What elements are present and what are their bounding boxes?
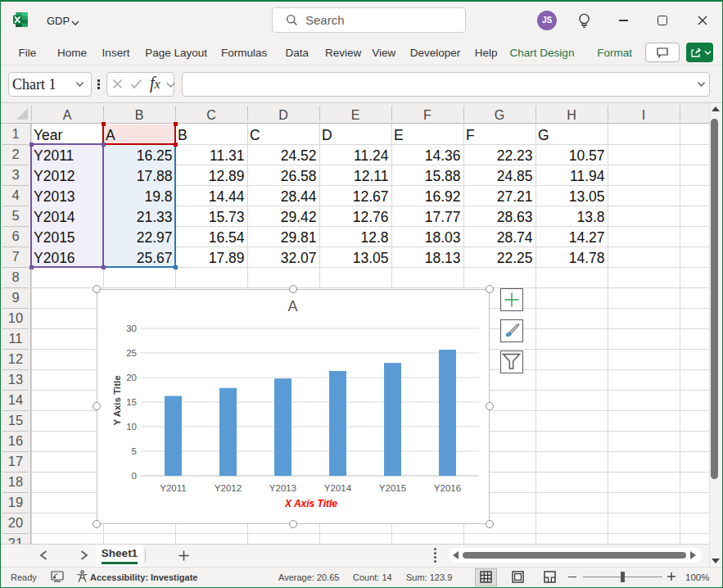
svg-text:Y2012: Y2012	[215, 483, 242, 493]
svg-text:X Axis Title: X Axis Title	[284, 498, 337, 509]
svg-text:A: A	[287, 298, 297, 314]
svg-text:10: 10	[126, 422, 137, 432]
svg-text:15: 15	[126, 397, 137, 407]
svg-text:0: 0	[132, 471, 137, 481]
svg-text:25: 25	[126, 348, 137, 358]
svg-text:Y2014: Y2014	[324, 483, 352, 493]
svg-text:Y2015: Y2015	[379, 483, 406, 493]
svg-text:Y2013: Y2013	[269, 483, 296, 493]
svg-text:5: 5	[132, 446, 137, 456]
svg-text:30: 30	[126, 323, 137, 333]
svg-text:Y Axis Title: Y Axis Title	[112, 375, 122, 425]
svg-text:Y2011: Y2011	[160, 483, 186, 493]
svg-text:20: 20	[126, 373, 137, 382]
svg-text:Y2016: Y2016	[434, 483, 461, 493]
